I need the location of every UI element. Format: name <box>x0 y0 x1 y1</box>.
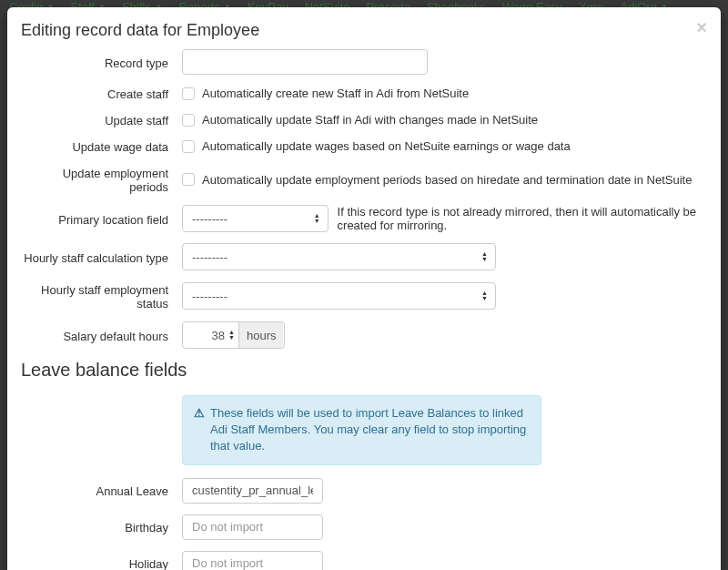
create-staff-text: Automatically create new Staff in Adi fr… <box>202 87 469 100</box>
update-staff-text: Automatically update Staff in Adi with c… <box>202 113 538 127</box>
modal-title: Editing record data for Employee <box>21 21 707 40</box>
salary-hours-unit: hours <box>238 322 284 348</box>
update-emp-label: Update employment periods <box>21 165 182 194</box>
holiday-label: Holiday <box>21 555 182 570</box>
birthday-input[interactable] <box>182 514 323 540</box>
chevron-updown-icon: ▲▼ <box>228 330 238 341</box>
close-icon[interactable]: × <box>696 18 707 36</box>
modal-body: Record type Create staff Automatically c… <box>7 49 721 570</box>
update-emp-text: Automatically update employment periods … <box>202 173 692 187</box>
leave-section-title: Leave balance fields <box>21 360 707 381</box>
primary-loc-select[interactable]: --------- ▲▼ <box>182 205 329 232</box>
chevron-updown-icon: ▲▼ <box>481 251 488 262</box>
create-staff-checkbox[interactable] <box>182 87 195 100</box>
update-wage-label: Update wage data <box>21 138 182 154</box>
create-staff-label: Create staff <box>21 86 182 101</box>
record-type-input[interactable] <box>182 49 428 75</box>
primary-loc-label: Primary location field <box>21 211 182 227</box>
birthday-label: Birthday <box>21 519 182 534</box>
update-staff-checkbox[interactable] <box>182 114 195 127</box>
holiday-input[interactable] <box>182 551 323 570</box>
record-type-label: Record type <box>21 55 182 70</box>
chevron-updown-icon: ▲▼ <box>314 213 320 224</box>
update-wage-text: Automatically update wages based on NetS… <box>202 139 571 153</box>
salary-hours-label: Salary default hours <box>21 328 182 343</box>
hourly-calc-select[interactable]: --------- ▲▼ <box>182 243 496 270</box>
hourly-calc-label: Hourly staff calculation type <box>21 249 182 265</box>
update-emp-checkbox[interactable] <box>182 173 195 186</box>
annual-input[interactable] <box>182 478 323 504</box>
leave-info-box: ⚠ These fields will be used to import Le… <box>182 395 541 465</box>
warning-icon: ⚠ <box>194 405 205 455</box>
chevron-updown-icon: ▲▼ <box>481 290 488 301</box>
leave-info-text: These fields will be used to import Leav… <box>210 405 530 455</box>
annual-label: Annual Leave <box>21 483 182 498</box>
update-wage-checkbox[interactable] <box>182 140 195 153</box>
modal-dialog: Editing record data for Employee × Recor… <box>7 7 721 570</box>
primary-loc-help: If this record type is not already mirro… <box>338 205 707 232</box>
hourly-status-select[interactable]: --------- ▲▼ <box>182 282 496 310</box>
update-staff-label: Update staff <box>21 112 182 127</box>
modal-header: Editing record data for Employee × <box>7 7 721 49</box>
hourly-status-label: Hourly staff employment status <box>21 281 182 310</box>
salary-hours-input[interactable]: 38 ▲▼ hours <box>182 321 285 349</box>
